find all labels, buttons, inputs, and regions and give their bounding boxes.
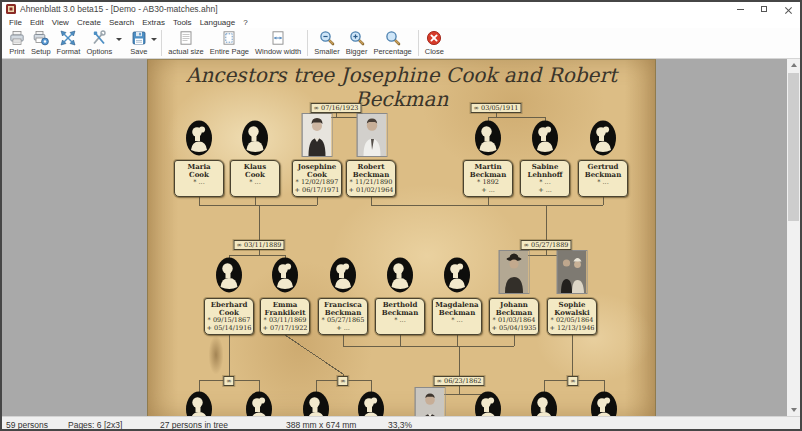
portrait-photo-couple bbox=[558, 251, 587, 293]
preview-canvas: Ancestors tree Josephine Cook and Robert… bbox=[2, 59, 800, 416]
marriage-label: ∞ 07/16/1923 bbox=[311, 103, 362, 113]
dropdown-arrow-icon bbox=[151, 38, 157, 41]
page-actual-size-icon bbox=[178, 30, 194, 46]
person-box-sophie-kowalski[interactable]: Sophie Kowalski * 02/05/1864 + 12/13/194… bbox=[547, 298, 597, 335]
options-button[interactable]: Options bbox=[83, 29, 115, 58]
person-box-johann-beckman[interactable]: Johann Beckman * 01/03/1864 + 05/04/1935 bbox=[489, 298, 539, 335]
bigger-button[interactable]: Bigger bbox=[343, 29, 371, 58]
app-window: Ahnenblatt 3.0 beta15 - [Demo - AB30-mat… bbox=[0, 0, 802, 431]
close-button[interactable]: Close bbox=[422, 29, 447, 58]
window-title: Ahnenblatt 3.0 beta15 - [Demo - AB30-mat… bbox=[20, 4, 728, 14]
page-window-width-icon bbox=[270, 30, 286, 46]
silhouette-male-icon bbox=[303, 391, 330, 416]
status-persons-total: 59 persons bbox=[6, 420, 48, 430]
zoom-in-icon bbox=[349, 30, 365, 46]
silhouette-female-icon bbox=[475, 391, 502, 416]
menu-create[interactable]: Create bbox=[73, 18, 105, 27]
percentage-button[interactable]: Percentage bbox=[370, 29, 414, 58]
silhouette-male-icon bbox=[186, 391, 213, 416]
marriage-label: ∞ 06/23/1862 bbox=[434, 376, 485, 386]
status-pages: Pages: 6 [2x3] bbox=[68, 420, 122, 430]
options-dropdown-arrow[interactable] bbox=[115, 29, 123, 58]
person-box-robert-beckman[interactable]: Robert Beckman * 11/21/1890 + 01/02/1964 bbox=[346, 160, 396, 197]
silhouette-female-icon bbox=[590, 120, 617, 156]
silhouette-female-icon bbox=[330, 257, 357, 293]
format-button[interactable]: Format bbox=[54, 29, 84, 58]
save-dropdown-arrow[interactable] bbox=[150, 29, 158, 58]
person-box-martin-beckman[interactable]: Martin Beckman * 1892 + ... bbox=[463, 160, 513, 197]
portrait-photo-man bbox=[358, 114, 387, 156]
scroll-down-arrow-icon[interactable] bbox=[787, 404, 800, 416]
menu-bar: File Edit View Create Search Extras Tool… bbox=[2, 16, 800, 28]
tree-title: Ancestors tree Josephine Cook and Robert… bbox=[148, 63, 655, 111]
menu-search[interactable]: Search bbox=[105, 18, 138, 27]
portrait-photo-man-hat bbox=[500, 251, 529, 293]
marriage-label: ∞ 03/05/1911 bbox=[471, 103, 522, 113]
menu-edit[interactable]: Edit bbox=[26, 18, 48, 27]
printer-setup-icon bbox=[33, 30, 49, 46]
setup-button[interactable]: Setup bbox=[28, 29, 54, 58]
silhouette-male-icon bbox=[242, 120, 269, 156]
save-floppy-icon bbox=[131, 30, 147, 46]
window-width-button[interactable]: Window width bbox=[252, 29, 304, 58]
person-box-maria-cook[interactable]: Maria Cook * ... bbox=[174, 160, 224, 197]
silhouette-female-icon bbox=[358, 391, 385, 416]
menu-tools[interactable]: Tools bbox=[169, 18, 196, 27]
marriage-label: ∞ bbox=[223, 376, 234, 386]
dropdown-arrow-icon bbox=[116, 38, 122, 41]
vertical-scrollbar[interactable] bbox=[787, 59, 800, 416]
menu-view[interactable]: View bbox=[48, 18, 73, 27]
close-icon bbox=[426, 30, 442, 46]
title-bar: Ahnenblatt 3.0 beta15 - [Demo - AB30-mat… bbox=[2, 2, 800, 16]
silhouette-male-icon bbox=[475, 120, 502, 156]
silhouette-female-icon bbox=[444, 257, 471, 293]
person-box-eberhard-cook[interactable]: Eberhard Cook * 09/15/1867 + 05/14/1916 bbox=[204, 298, 254, 335]
status-bar: 59 persons Pages: 6 [2x3] 27 persons in … bbox=[2, 416, 800, 431]
maximize-button[interactable] bbox=[752, 2, 776, 16]
printer-icon bbox=[9, 30, 25, 46]
silhouette-female-icon bbox=[186, 120, 213, 156]
minimize-button[interactable] bbox=[728, 2, 752, 16]
menu-help[interactable]: ? bbox=[239, 18, 251, 27]
marriage-label: ∞ bbox=[567, 376, 578, 386]
entire-page-button[interactable]: Entire Page bbox=[207, 29, 252, 58]
portrait-photo-woman bbox=[303, 114, 332, 156]
page-entire-icon bbox=[221, 30, 237, 46]
scroll-up-arrow-icon[interactable] bbox=[787, 59, 800, 71]
status-zoom-level: 33,3% bbox=[388, 420, 412, 430]
silhouette-female-icon bbox=[532, 120, 559, 156]
person-box-sabine-lehnhoff[interactable]: Sabine Lehnhoff * ... + ... bbox=[520, 160, 570, 197]
toolbar: Print Setup For bbox=[2, 28, 800, 59]
silhouette-female-icon bbox=[272, 257, 299, 293]
zoom-percentage-icon bbox=[385, 30, 401, 46]
toolbar-separator bbox=[307, 30, 308, 56]
toolbar-separator bbox=[418, 30, 419, 56]
marriage-label: ∞ 05/27/1889 bbox=[521, 240, 572, 250]
save-button[interactable]: Save bbox=[127, 29, 150, 58]
window-close-button[interactable] bbox=[776, 2, 800, 16]
menu-extras[interactable]: Extras bbox=[138, 18, 169, 27]
silhouette-female-icon bbox=[246, 391, 273, 416]
menu-language[interactable]: Language bbox=[196, 18, 240, 27]
scrollbar-thumb[interactable] bbox=[788, 73, 799, 221]
silhouette-male-icon bbox=[387, 257, 414, 293]
tree-connector-lines bbox=[148, 60, 656, 416]
person-box-berthold-beckman[interactable]: Berthold Beckman * ... bbox=[375, 298, 425, 335]
person-box-gertrud-beckman[interactable]: Gertrud Beckman * ... bbox=[578, 160, 628, 197]
status-paper-size: 388 mm x 674 mm bbox=[286, 420, 356, 430]
marriage-label: ∞ bbox=[337, 376, 348, 386]
portrait-photo-man bbox=[416, 388, 445, 416]
zoom-out-icon bbox=[319, 30, 335, 46]
toolbar-separator bbox=[161, 30, 162, 56]
person-box-francisca-beckman[interactable]: Francisca Beckman * 05/27/1865 + ... bbox=[318, 298, 368, 335]
print-button[interactable]: Print bbox=[6, 29, 28, 58]
person-box-magdalena-beckman[interactable]: Magdalena Beckman * ... bbox=[432, 298, 482, 335]
person-box-emma-frankikeit[interactable]: Emma Frankikeit * 03/11/1869 + 07/17/192… bbox=[260, 298, 310, 335]
person-box-josephine-cook[interactable]: Josephine Cook * 12/02/1897 + 06/17/1971 bbox=[292, 160, 342, 197]
actual-size-button[interactable]: actual size bbox=[165, 29, 206, 58]
format-arrows-icon bbox=[60, 30, 76, 46]
tree-page: Ancestors tree Josephine Cook and Robert… bbox=[147, 59, 656, 416]
smaller-button[interactable]: Smaller bbox=[311, 29, 342, 58]
menu-file[interactable]: File bbox=[5, 18, 26, 27]
person-box-klaus-cook[interactable]: Klaus Cook * ... bbox=[230, 160, 280, 197]
